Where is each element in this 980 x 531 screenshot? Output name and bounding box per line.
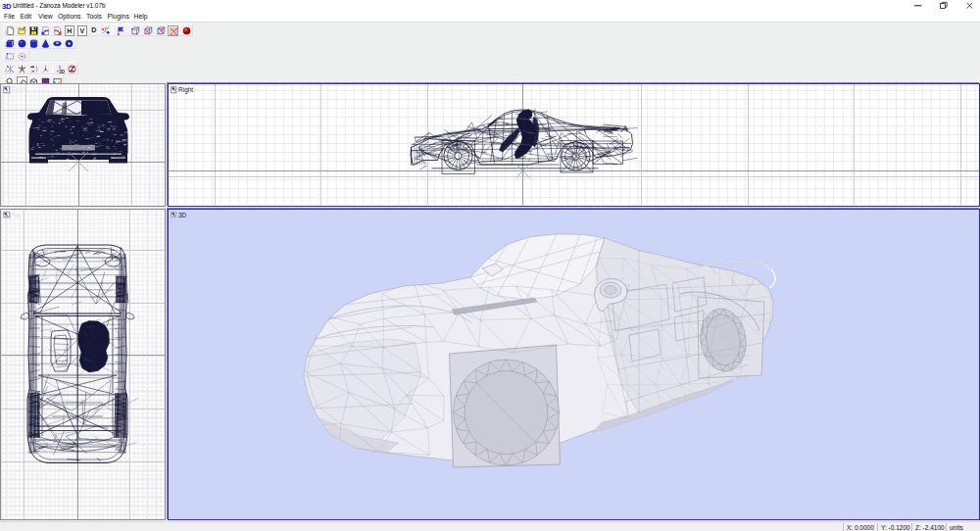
svg-text:3D: 3D: [59, 69, 65, 72]
svg-text:3D: 3D: [2, 2, 12, 10]
